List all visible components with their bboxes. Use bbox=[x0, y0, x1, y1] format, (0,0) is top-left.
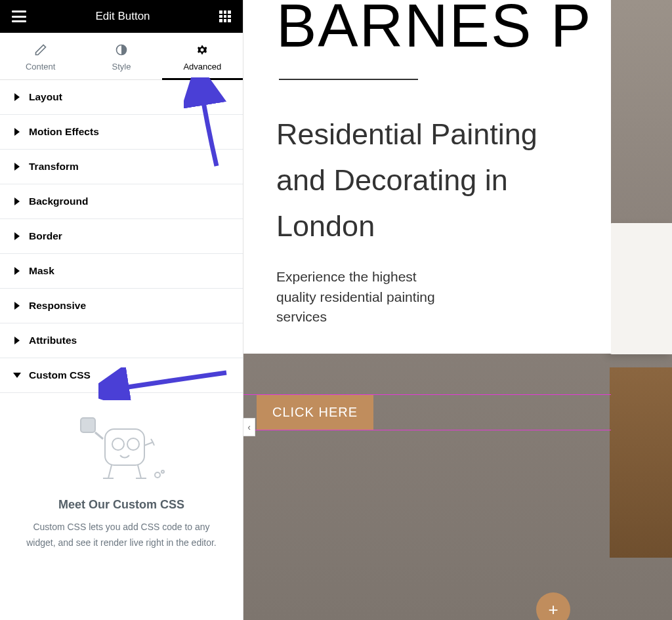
divider-line bbox=[279, 79, 418, 80]
tab-advanced[interactable]: Advanced bbox=[162, 33, 243, 79]
gear-icon bbox=[196, 43, 209, 56]
section-transform[interactable]: Transform bbox=[0, 150, 243, 184]
section-label: Mask bbox=[29, 265, 54, 277]
caret-right-icon bbox=[14, 163, 20, 171]
svg-point-6 bbox=[161, 470, 164, 473]
editor-sidebar: Edit Button Content Style Advanced Layou… bbox=[0, 0, 243, 620]
section-border[interactable]: Border bbox=[0, 219, 243, 254]
section-label: Background bbox=[29, 196, 88, 207]
cta-button[interactable]: CLICK HERE bbox=[257, 395, 373, 430]
section-label: Responsive bbox=[29, 300, 86, 312]
section-motion-effects[interactable]: Motion Effects bbox=[0, 115, 243, 150]
caret-right-icon bbox=[14, 93, 20, 101]
preview-canvas[interactable]: BARNES P Residential Painting and Decora… bbox=[243, 0, 672, 620]
brand-text: BARNES P bbox=[276, 0, 578, 51]
sidebar-header: Edit Button bbox=[0, 0, 243, 33]
section-custom-css[interactable]: Custom CSS bbox=[0, 358, 243, 393]
tab-style[interactable]: Style bbox=[81, 33, 161, 79]
section-label: Custom CSS bbox=[29, 369, 91, 381]
caret-right-icon bbox=[14, 232, 20, 240]
section-label: Motion Effects bbox=[29, 126, 99, 138]
widgets-grid-icon[interactable] bbox=[219, 10, 231, 22]
section-responsive[interactable]: Responsive bbox=[0, 289, 243, 323]
custom-css-description: Custom CSS lets you add CSS code to any … bbox=[13, 520, 230, 551]
tab-label: Style bbox=[112, 62, 131, 72]
tab-label: Content bbox=[26, 62, 56, 72]
svg-point-5 bbox=[155, 472, 160, 478]
section-background[interactable]: Background bbox=[0, 184, 243, 219]
tab-label: Advanced bbox=[183, 62, 221, 72]
editor-tabs: Content Style Advanced bbox=[0, 33, 243, 80]
section-label: Transform bbox=[29, 161, 79, 173]
subtext: Experience the highest quality residenti… bbox=[276, 267, 447, 327]
section-mask[interactable]: Mask bbox=[0, 254, 243, 289]
section-label: Layout bbox=[29, 91, 62, 103]
collapse-sidebar-button[interactable]: ‹ bbox=[243, 418, 255, 436]
caret-right-icon bbox=[14, 128, 20, 136]
contrast-icon bbox=[115, 43, 128, 56]
section-label: Border bbox=[29, 230, 62, 242]
panel-title: Edit Button bbox=[95, 10, 150, 23]
custom-css-panel: Meet Our Custom CSS Custom CSS lets you … bbox=[0, 393, 243, 564]
section-attributes[interactable]: Attributes bbox=[0, 323, 243, 358]
caret-right-icon bbox=[14, 197, 20, 205]
section-layout[interactable]: Layout bbox=[0, 80, 243, 115]
hero-card: BARNES P Residential Painting and Decora… bbox=[243, 0, 611, 354]
sections-list: Layout Motion Effects Transform Backgrou… bbox=[0, 80, 243, 620]
tab-content[interactable]: Content bbox=[0, 33, 81, 79]
caret-right-icon bbox=[14, 267, 20, 275]
caret-right-icon bbox=[14, 302, 20, 310]
svg-rect-4 bbox=[81, 418, 95, 432]
button-widget-selection[interactable]: CLICK HERE bbox=[243, 394, 611, 430]
mascot-illustration bbox=[69, 413, 174, 485]
pencil-icon bbox=[34, 43, 47, 56]
add-section-button[interactable]: + bbox=[536, 592, 570, 620]
menu-icon[interactable] bbox=[12, 10, 26, 22]
caret-down-icon bbox=[13, 373, 21, 378]
section-label: Attributes bbox=[29, 335, 77, 346]
custom-css-heading: Meet Our Custom CSS bbox=[13, 498, 230, 512]
caret-right-icon bbox=[14, 337, 20, 344]
background-shelf bbox=[610, 367, 672, 558]
background-fixture bbox=[610, 223, 672, 354]
headline-text: Residential Painting and Decorating in L… bbox=[276, 112, 578, 249]
